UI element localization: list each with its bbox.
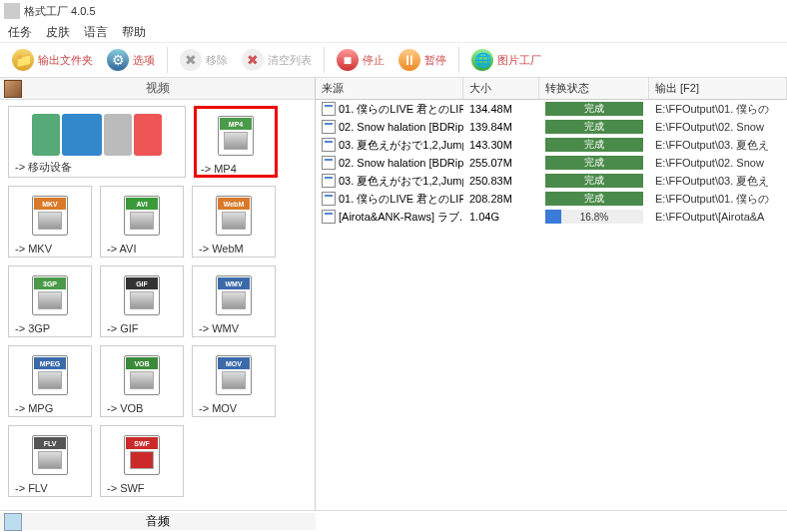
- remove-button[interactable]: ✖ 移除: [174, 47, 234, 73]
- tile-avi[interactable]: AVI-> AVI: [100, 186, 184, 258]
- mpg-icon: MPEG: [32, 355, 68, 395]
- tile-flv[interactable]: FLV-> FLV: [8, 425, 92, 497]
- remove-label: 移除: [206, 53, 228, 68]
- tile-gif[interactable]: GIF-> GIF: [100, 266, 184, 337]
- row-status: 完成: [539, 174, 649, 188]
- tile-mobile-devices[interactable]: -> 移动设备: [8, 106, 186, 178]
- tile-mp4-label: -> MP4: [201, 161, 237, 175]
- stop-button[interactable]: ■ 停止: [331, 47, 391, 73]
- webm-icon: WebM: [216, 196, 252, 236]
- flv-icon: FLV: [32, 435, 68, 475]
- table-row[interactable]: 02. Snow halation [BDRip... 255.07M 完成 E…: [316, 154, 787, 172]
- separator: [458, 47, 459, 73]
- folder-icon: 📁: [12, 49, 34, 71]
- pause-button[interactable]: ⏸ 暂停: [393, 47, 452, 73]
- window-title: 格式工厂 4.0.5: [24, 4, 96, 19]
- globe-icon: 🌐: [471, 49, 493, 71]
- app-icon: [4, 3, 20, 19]
- stop-label: 停止: [363, 53, 385, 68]
- toolbar: 📁 输出文件夹 ⚙ 选项 ✖ 移除 ✖ 清空列表 ■ 停止 ⏸ 暂停 🌐 图片工…: [0, 42, 787, 78]
- row-status: 完成: [539, 156, 649, 170]
- mp4-icon: MP4: [218, 116, 254, 156]
- tile-vob[interactable]: VOB-> VOB: [100, 345, 184, 417]
- tile-mpg[interactable]: MPEG-> MPG: [8, 345, 92, 417]
- row-source: 02. Snow halation [BDRip...: [339, 157, 463, 169]
- row-source: [Airota&ANK-Raws] ラブ...: [339, 210, 463, 225]
- table-header: 来源 大小 转换状态 输出 [F2]: [316, 78, 787, 100]
- gear-icon: ⚙: [107, 49, 129, 71]
- file-icon: [322, 138, 336, 152]
- row-source: 02. Snow halation [BDRip...: [339, 121, 463, 133]
- row-source: 03. 夏色えがおで1,2,Jump...: [339, 174, 463, 189]
- row-status: 完成: [539, 138, 649, 152]
- table-body: 01. 僕らのLIVE 君とのLIFE... 134.48M 完成 E:\FFO…: [316, 100, 787, 510]
- clear-list-label: 清空列表: [268, 53, 312, 68]
- stop-icon: ■: [337, 49, 359, 71]
- col-status[interactable]: 转换状态: [539, 78, 649, 99]
- tile-mp4[interactable]: MP4 -> MP4: [194, 106, 278, 178]
- format-grid: -> 移动设备 MP4 -> MP4 MKV-> MKV AVI-> AVI W…: [0, 100, 315, 510]
- audio-category-icon: [4, 513, 22, 531]
- row-status: 完成: [539, 120, 649, 134]
- titlebar: 格式工厂 4.0.5: [0, 0, 787, 22]
- remove-icon: ✖: [180, 49, 202, 71]
- mkv-icon: MKV: [32, 196, 68, 236]
- table-row[interactable]: [Airota&ANK-Raws] ラブ... 1.04G 16.8% E:\F…: [316, 208, 787, 226]
- video-header-label: 视频: [146, 80, 170, 97]
- right-panel: 来源 大小 转换状态 输出 [F2] 01. 僕らのLIVE 君とのLIFE..…: [316, 78, 787, 510]
- row-source: 03. 夏色えがおで1,2,Jump...: [339, 138, 463, 153]
- table-row[interactable]: 03. 夏色えがおで1,2,Jump... 250.83M 完成 E:\FFOu…: [316, 172, 787, 190]
- wmv-icon: WMV: [216, 275, 252, 315]
- pause-label: 暂停: [424, 53, 446, 68]
- output-folder-label: 输出文件夹: [38, 53, 93, 68]
- file-icon: [322, 210, 336, 224]
- file-icon: [322, 156, 336, 170]
- tile-mkv[interactable]: MKV-> MKV: [8, 186, 92, 258]
- output-folder-button[interactable]: 📁 输出文件夹: [6, 47, 99, 73]
- row-output: E:\FFOutput\02. Snow: [649, 121, 787, 133]
- tile-mov[interactable]: MOV-> MOV: [192, 345, 276, 417]
- row-output: E:\FFOutput\03. 夏色え: [649, 174, 787, 189]
- tile-webm[interactable]: WebM-> WebM: [192, 186, 276, 258]
- clear-icon: ✖: [242, 49, 264, 71]
- video-category-header[interactable]: 视频: [0, 78, 315, 100]
- main-area: 视频 -> 移动设备 MP4 ->: [0, 78, 787, 510]
- row-status: 完成: [539, 102, 649, 116]
- menu-tasks[interactable]: 任务: [8, 24, 32, 41]
- row-status: 完成: [539, 192, 649, 206]
- file-icon: [322, 192, 336, 206]
- tile-3gp[interactable]: 3GP-> 3GP: [8, 266, 92, 337]
- row-size: 134.48M: [463, 103, 539, 115]
- row-output: E:\FFOutput\02. Snow: [649, 157, 787, 169]
- col-source[interactable]: 来源: [316, 78, 463, 99]
- menu-skin[interactable]: 皮肤: [46, 24, 70, 41]
- row-status: 16.8%: [539, 210, 649, 224]
- row-output: E:\FFOutput\[Airota&A: [649, 211, 787, 223]
- tile-wmv[interactable]: WMV-> WMV: [192, 266, 276, 337]
- options-label: 选项: [133, 53, 155, 68]
- row-output: E:\FFOutput\01. 僕らの: [649, 192, 787, 207]
- row-size: 139.84M: [463, 121, 539, 133]
- video-category-icon: [4, 80, 22, 98]
- tile-mobile-label: -> 移动设备: [15, 158, 72, 175]
- table-row[interactable]: 02. Snow halation [BDRip... 139.84M 完成 E…: [316, 118, 787, 136]
- row-size: 250.83M: [463, 175, 539, 187]
- table-row[interactable]: 01. 僕らのLIVE 君とのLIFE... 208.28M 完成 E:\FFO…: [316, 190, 787, 208]
- audio-category-header[interactable]: 音频: [0, 513, 316, 530]
- table-row[interactable]: 03. 夏色えがおで1,2,Jump... 143.30M 完成 E:\FFOu…: [316, 136, 787, 154]
- left-panel: 视频 -> 移动设备 MP4 ->: [0, 78, 316, 510]
- tile-swf[interactable]: SWF-> SWF: [100, 425, 184, 497]
- menu-language[interactable]: 语言: [84, 24, 108, 41]
- options-button[interactable]: ⚙ 选项: [101, 47, 161, 73]
- col-output[interactable]: 输出 [F2]: [649, 78, 787, 99]
- row-source: 01. 僕らのLIVE 君とのLIFE...: [339, 192, 463, 207]
- audio-header-label: 音频: [146, 513, 170, 530]
- row-size: 1.04G: [463, 211, 539, 223]
- separator: [167, 47, 168, 73]
- clear-list-button[interactable]: ✖ 清空列表: [236, 47, 318, 73]
- col-size[interactable]: 大小: [463, 78, 539, 99]
- table-row[interactable]: 01. 僕らのLIVE 君とのLIFE... 134.48M 完成 E:\FFO…: [316, 100, 787, 118]
- swf-icon: SWF: [124, 435, 160, 475]
- menu-help[interactable]: 帮助: [122, 24, 146, 41]
- pic-factory-button[interactable]: 🌐 图片工厂: [465, 47, 547, 73]
